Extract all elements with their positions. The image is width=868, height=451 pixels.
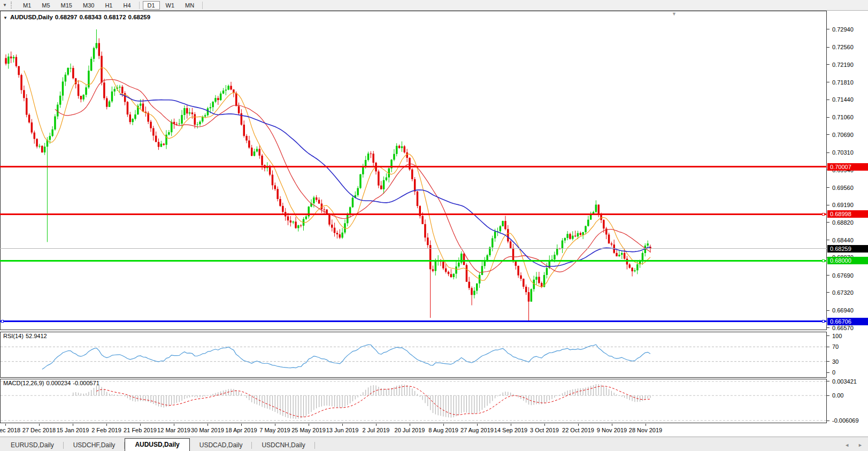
chart-tabs: EURUSD,DailyUSDCHF,DailyAUDUSD,DailyUSDC… xyxy=(1,438,315,451)
rsi-axis-label: 70 xyxy=(832,343,839,350)
price-axis-label: 0.68820 xyxy=(832,219,854,226)
macd-plot[interactable] xyxy=(1,379,826,423)
horizontal-line-0.68259[interactable] xyxy=(0,248,827,249)
rsi-value: 52.9412 xyxy=(26,333,47,339)
macd-axis-label: 0.003421 xyxy=(832,378,857,385)
candlestick-plot[interactable] xyxy=(1,11,826,330)
date-axis-label: 27 Aug 2019 xyxy=(460,427,494,433)
ohlc-low: 0.68172 xyxy=(104,14,126,20)
rsi-axis-tick xyxy=(827,335,829,336)
date-axis-label: 8 Dec 2018 xyxy=(0,427,20,433)
date-axis-tick xyxy=(241,424,242,426)
price-axis-tick xyxy=(827,240,829,240)
date-axis-label: 2 Jul 2019 xyxy=(363,427,390,433)
toolbar-separator xyxy=(202,2,203,9)
tab-usdcad-daily[interactable]: USDCAD,Daily xyxy=(190,440,252,451)
macd-axis-label: 0.00 xyxy=(832,392,843,399)
date-axis-tick xyxy=(140,424,141,426)
ohlc-open: 0.68297 xyxy=(55,14,78,20)
date-axis-tick xyxy=(443,424,444,426)
line-handle-right[interactable] xyxy=(822,320,825,323)
timeframe-button-h4[interactable]: H4 xyxy=(118,1,135,10)
price-axis-label: 0.69560 xyxy=(832,185,854,191)
price-axis-tick xyxy=(827,134,829,135)
tab-usdcnh-daily[interactable]: USDCNH,Daily xyxy=(252,440,314,451)
date-axis-label: 15 Jan 2019 xyxy=(57,427,89,433)
timeframe-button-mn[interactable]: MN xyxy=(180,1,199,10)
main-chart-panel[interactable] xyxy=(0,11,827,330)
timeframe-button-m5[interactable]: M5 xyxy=(37,1,55,10)
chart-dropdown-icon[interactable]: ▼ xyxy=(0,3,10,7)
date-axis-label: 3 Oct 2019 xyxy=(530,427,559,433)
timeframe-button-w1[interactable]: W1 xyxy=(161,1,180,10)
line-handle-right[interactable] xyxy=(822,259,825,262)
price-axis-tick xyxy=(827,292,829,293)
tab-usdchf-daily[interactable]: USDCHF,Daily xyxy=(64,440,125,451)
timeframe-button-m15[interactable]: M15 xyxy=(56,1,77,10)
chart-symbol: AUDUSD,Daily xyxy=(10,14,53,20)
horizontal-line-0.70007[interactable] xyxy=(0,166,827,167)
timeframe-button-h1[interactable]: H1 xyxy=(100,1,117,10)
date-axis-label: 21 Feb 2019 xyxy=(124,427,157,433)
tab-eurusd-daily[interactable]: EURUSD,Daily xyxy=(1,440,64,451)
rsi-axis-tick xyxy=(827,361,829,362)
horizontal-line-0.66706[interactable] xyxy=(0,320,827,322)
price-axis-tick xyxy=(827,64,829,65)
tab-scroll-right-icon[interactable]: ► xyxy=(858,442,863,448)
price-line-label-0.70007: 0.70007 xyxy=(827,163,868,171)
date-axis-tick xyxy=(477,424,478,426)
macd-signal-value: -0.000571 xyxy=(73,380,99,386)
date-axis-tick xyxy=(511,424,511,426)
tab-scroll-left-icon[interactable]: ◄ xyxy=(844,442,849,448)
price-line-label-0.68000: 0.68000 xyxy=(827,257,868,264)
toolbar-grip[interactable] xyxy=(11,2,14,9)
macd-panel[interactable] xyxy=(0,379,827,423)
chart-shift-marker-icon[interactable]: ▼ xyxy=(672,11,677,17)
rsi-name: RSI(14) xyxy=(3,333,24,339)
price-axis-tick xyxy=(827,222,829,223)
timeframe-buttons: M1M5M15M30H1H4D1W1MN xyxy=(18,1,205,10)
macd-main-value: 0.000234 xyxy=(46,380,71,386)
macd-axis-tick xyxy=(827,395,829,396)
price-axis-label: 0.71060 xyxy=(832,114,854,120)
price-line-label-0.68998: 0.68998 xyxy=(827,210,868,218)
date-axis-label: 27 Dec 2018 xyxy=(22,427,56,433)
collapse-icon[interactable]: ▼ xyxy=(3,16,7,20)
macd-indicator-label: MACD(12,26,9)0.000234-0.000571 xyxy=(3,380,102,386)
date-axis-label: 8 Aug 2019 xyxy=(428,427,458,433)
date-axis-tick xyxy=(376,424,377,426)
tab-scroll-arrows: ◄ ► xyxy=(844,442,863,448)
rsi-panel[interactable] xyxy=(0,332,827,378)
date-axis-label: 30 Mar 2019 xyxy=(191,427,224,433)
tab-audusd-daily[interactable]: AUDUSD,Daily xyxy=(125,438,189,451)
price-axis-tick xyxy=(827,152,829,153)
horizontal-line-0.68000[interactable] xyxy=(0,260,827,262)
ohlc-high: 0.68343 xyxy=(79,14,102,20)
date-axis-label: 28 Nov 2019 xyxy=(629,427,662,433)
line-handle-right[interactable] xyxy=(822,213,825,216)
timeframe-button-d1[interactable]: D1 xyxy=(143,1,160,10)
date-axis-tick xyxy=(578,424,579,426)
price-axis-tick xyxy=(827,47,829,48)
line-handle-left[interactable] xyxy=(1,320,4,323)
timeframe-button-m30[interactable]: M30 xyxy=(78,1,99,10)
price-axis-label: 0.67690 xyxy=(832,272,854,279)
date-axis-label: 18 Apr 2019 xyxy=(225,427,257,433)
timeframe-button-m1[interactable]: M1 xyxy=(18,1,36,10)
price-axis-tick xyxy=(827,187,829,188)
price-axis-label: 0.70690 xyxy=(832,132,854,138)
date-axis-label: 12 Mar 2019 xyxy=(157,427,190,433)
rsi-axis-label: 100 xyxy=(832,333,842,339)
rsi-indicator-label: RSI(14)52.9412 xyxy=(3,333,49,339)
date-axis-label: 20 Jul 2019 xyxy=(395,427,425,433)
rsi-axis-label: 0 xyxy=(832,369,835,376)
horizontal-line-0.68998[interactable] xyxy=(0,213,827,215)
date-axis-tick xyxy=(646,424,646,426)
price-line-label-0.68259: 0.68259 xyxy=(827,245,868,253)
macd-axis-tick xyxy=(827,381,829,381)
toolbar: ▼ M1M5M15M30H1H4D1W1MN xyxy=(0,0,868,11)
rsi-plot[interactable] xyxy=(1,332,826,377)
date-axis-label: 9 Nov 2019 xyxy=(597,427,627,433)
price-axis-tick xyxy=(827,117,829,118)
date-axis-tick xyxy=(612,424,612,426)
